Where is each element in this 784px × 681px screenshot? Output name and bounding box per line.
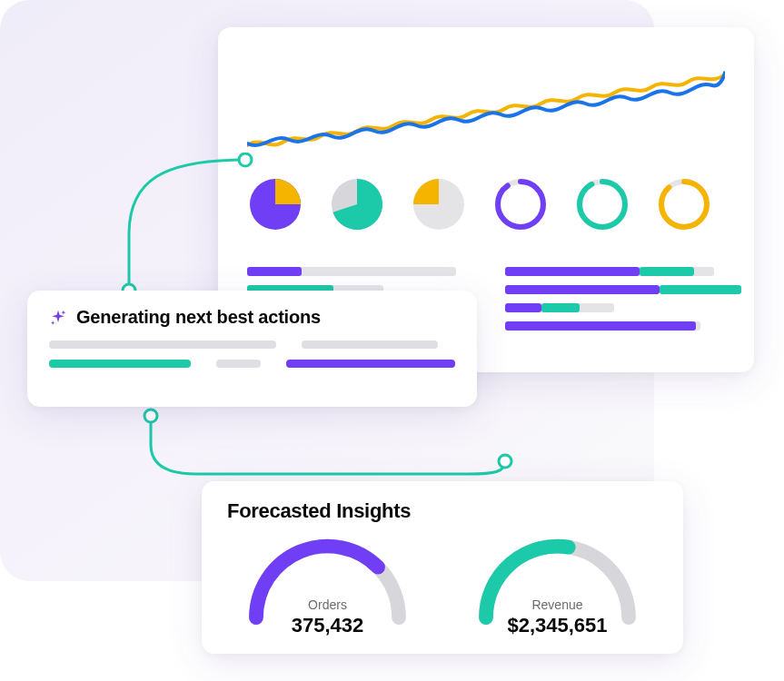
pie-chart-1 [247, 176, 303, 232]
forecast-title: Forecasted Insights [227, 499, 658, 523]
svg-point-12 [661, 182, 707, 227]
skeleton-line [302, 340, 438, 349]
gauge-revenue: Revenue $2,345,651 [464, 528, 650, 637]
skeleton-line [49, 340, 276, 349]
donut-chart-1 [492, 176, 549, 232]
pie-chart-3 [411, 176, 467, 232]
gauge-orders: Orders 375,432 [234, 528, 421, 637]
trend-line-chart [247, 53, 725, 162]
pie-chart-row [247, 176, 725, 232]
skeleton-line-accent [286, 360, 455, 368]
pie-chart-2 [329, 176, 385, 232]
gauge-value: $2,345,651 [507, 614, 607, 637]
gauge-label: Revenue [531, 597, 582, 612]
svg-point-8 [498, 182, 543, 227]
gauge-label: Orders [308, 597, 347, 612]
donut-chart-3 [656, 176, 712, 232]
skeleton-line [216, 360, 261, 368]
gauge-value: 375,432 [292, 614, 364, 637]
sparkle-icon [49, 309, 67, 327]
generating-title: Generating next best actions [76, 307, 321, 328]
donut-chart-2 [574, 176, 630, 232]
svg-point-10 [580, 182, 625, 227]
forecast-insights-card: Forecasted Insights Orders 375,432 Reven… [202, 481, 683, 654]
bar-group-right [505, 267, 741, 331]
skeleton-line-accent [49, 360, 191, 368]
generating-actions-card: Generating next best actions [27, 291, 477, 407]
